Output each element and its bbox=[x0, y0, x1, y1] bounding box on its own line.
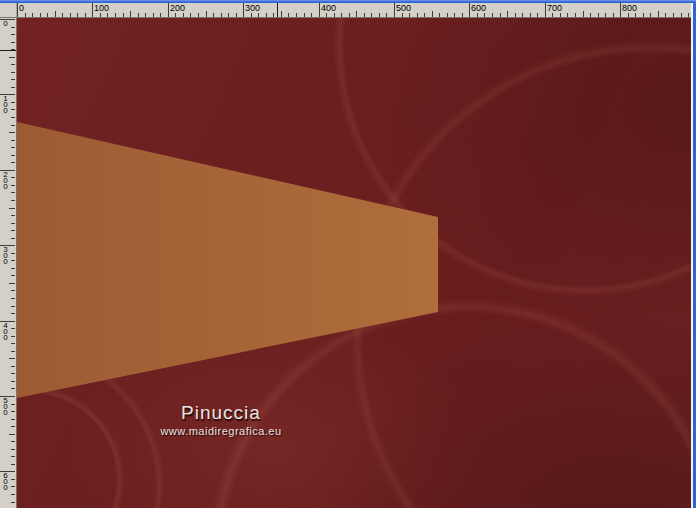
ruler-tick bbox=[183, 13, 184, 17]
ruler-tick bbox=[620, 3, 621, 17]
ruler-tick bbox=[417, 13, 418, 17]
ruler-tick bbox=[665, 13, 666, 17]
ruler-tick bbox=[492, 13, 493, 17]
horizontal-ruler[interactable]: 0100200300400500600700800 bbox=[17, 3, 691, 18]
ruler-tick bbox=[9, 208, 15, 209]
ruler-tick bbox=[311, 13, 312, 17]
ruler-tick bbox=[11, 419, 15, 420]
ruler-tick bbox=[454, 13, 455, 17]
ruler-tick bbox=[11, 486, 15, 487]
ruler-tick bbox=[206, 11, 207, 17]
ruler-tick bbox=[11, 177, 15, 178]
ruler-tick bbox=[11, 155, 15, 156]
watermark-title: Pinuccia bbox=[17, 403, 425, 422]
ruler-tick bbox=[356, 11, 357, 17]
ruler-tick bbox=[552, 13, 553, 17]
ruler-tick bbox=[304, 13, 305, 17]
ruler-tick bbox=[341, 13, 342, 17]
ruler-tick bbox=[11, 34, 15, 35]
ruler-tick bbox=[11, 343, 15, 344]
ruler-tick bbox=[296, 13, 297, 17]
ruler-tick bbox=[590, 13, 591, 17]
ruler-tick bbox=[530, 13, 531, 17]
ruler-tick bbox=[11, 298, 15, 299]
ruler-tick bbox=[658, 11, 659, 17]
ruler-tick bbox=[11, 275, 15, 276]
ruler-tick bbox=[123, 13, 124, 17]
ruler-tick bbox=[11, 306, 15, 307]
ruler-tick bbox=[11, 388, 15, 389]
ruler-label: 700 bbox=[547, 4, 562, 13]
ruler-tick bbox=[47, 13, 48, 17]
ruler-label: 500 bbox=[396, 4, 411, 13]
image-canvas[interactable]: Pinuccia www.maidiregrafica.eu bbox=[17, 18, 691, 508]
ruler-cursor-marker bbox=[277, 3, 278, 17]
ruler-tick bbox=[11, 64, 15, 65]
ruler-tick bbox=[85, 13, 86, 17]
ruler-tick bbox=[228, 13, 229, 17]
ruler-tick bbox=[439, 13, 440, 17]
ruler-label: 0 bbox=[2, 21, 9, 27]
ruler-tick bbox=[198, 13, 199, 17]
ruler-tick bbox=[11, 125, 15, 126]
ruler-tick bbox=[251, 13, 252, 17]
window-top-border bbox=[0, 0, 696, 3]
ruler-tick bbox=[11, 253, 15, 254]
ruler-tick bbox=[11, 87, 15, 88]
ruler-tick bbox=[11, 140, 15, 141]
ruler-tick bbox=[70, 13, 71, 17]
ruler-tick bbox=[138, 13, 139, 17]
ruler-tick bbox=[424, 13, 425, 17]
ruler-tick bbox=[266, 13, 267, 17]
ruler-tick bbox=[11, 404, 15, 405]
ruler-tick bbox=[688, 13, 689, 17]
ruler-tick bbox=[11, 464, 15, 465]
ruler-tick bbox=[11, 336, 15, 337]
ruler-tick bbox=[364, 13, 365, 17]
ruler-tick bbox=[11, 373, 15, 374]
ruler-tick bbox=[11, 117, 15, 118]
ruler-tick bbox=[11, 185, 15, 186]
ruler-tick bbox=[11, 192, 15, 193]
ruler-tick bbox=[145, 13, 146, 17]
ruler-tick bbox=[469, 3, 470, 17]
ruler-label: 100 bbox=[94, 4, 109, 13]
ruler-tick bbox=[221, 13, 222, 17]
ruler-tick bbox=[11, 449, 15, 450]
ruler-tick bbox=[11, 268, 15, 269]
ruler-tick bbox=[11, 479, 15, 480]
watermark-subtitle: www.maidiregrafica.eu bbox=[17, 426, 425, 437]
ruler-tick bbox=[288, 13, 289, 17]
ruler-tick bbox=[77, 13, 78, 17]
vertical-ruler[interactable]: 0100200300400500600 bbox=[0, 18, 17, 508]
ruler-tick bbox=[402, 13, 403, 17]
ruler-tick bbox=[650, 13, 651, 17]
ruler-tick bbox=[326, 13, 327, 17]
ruler-tick bbox=[11, 366, 15, 367]
ruler-tick bbox=[575, 13, 576, 17]
ruler-tick bbox=[55, 11, 56, 17]
ruler-tick bbox=[515, 13, 516, 17]
ruler-tick bbox=[386, 13, 387, 17]
ruler-tick bbox=[130, 11, 131, 17]
ruler-tick bbox=[115, 13, 116, 17]
ruler-tick bbox=[11, 328, 15, 329]
ruler-tick bbox=[11, 223, 15, 224]
ruler-tick bbox=[11, 162, 15, 163]
ruler-label: 400 bbox=[321, 4, 336, 13]
ruler-tick bbox=[560, 13, 561, 17]
ruler-tick bbox=[258, 13, 259, 17]
ruler-tick bbox=[507, 11, 508, 17]
ruler-label: 600 bbox=[471, 4, 486, 13]
ruler-tick bbox=[628, 13, 629, 17]
ruler-tick bbox=[11, 411, 15, 412]
ruler-label: 300 bbox=[2, 247, 9, 265]
ruler-tick bbox=[11, 215, 15, 216]
ruler-tick bbox=[447, 13, 448, 17]
ruler-tick bbox=[583, 11, 584, 17]
ruler-tick bbox=[11, 79, 15, 80]
ruler-tick bbox=[213, 13, 214, 17]
ruler-tick bbox=[11, 494, 15, 495]
ruler-tick bbox=[394, 3, 395, 17]
ruler-label: 500 bbox=[2, 398, 9, 416]
